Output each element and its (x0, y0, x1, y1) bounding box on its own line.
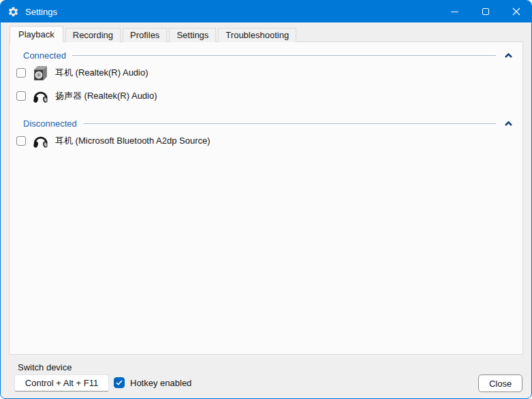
device-checkbox[interactable] (16, 68, 26, 78)
checkmark-icon (116, 380, 123, 385)
tab-playback[interactable]: Playback (10, 26, 63, 42)
group-header-disconnected: Disconnected (23, 117, 514, 129)
group-divider (83, 123, 496, 124)
close-button[interactable]: Close (478, 374, 522, 392)
device-checkbox[interactable] (16, 136, 26, 146)
hotkey-enabled-row: Hotkey enabled (114, 377, 191, 388)
window-title: Settings (25, 7, 57, 17)
tabstrip: Playback Recording Profiles Settings Tro… (10, 26, 298, 42)
headphones-icon (32, 133, 49, 150)
hotkey-enabled-label: Hotkey enabled (130, 378, 191, 388)
collapse-connected-button[interactable] (504, 52, 513, 59)
device-row: 扬声器 (Realtek(R) Audio) (16, 84, 522, 108)
device-checkbox[interactable] (16, 91, 26, 101)
tab-troubleshooting[interactable]: Troubleshooting (218, 28, 296, 42)
speaker-icon (32, 65, 49, 82)
tab-profiles[interactable]: Profiles (123, 28, 167, 42)
tab-recording[interactable]: Recording (65, 28, 121, 42)
group-divider (72, 55, 496, 56)
close-icon (512, 7, 520, 16)
settings-window: Settings Playback Recording Profiles Set… (0, 0, 532, 399)
collapse-disconnected-button[interactable] (504, 121, 513, 127)
group-label-disconnected: Disconnected (23, 118, 77, 129)
device-name: 扬声器 (Realtek(R) Audio) (55, 90, 157, 102)
switch-device-label: Switch device (18, 362, 72, 372)
hotkey-enabled-checkbox[interactable] (114, 377, 125, 388)
device-row: 耳机 (Microsoft Bluetooth A2dp Source) (16, 129, 522, 153)
maximize-button[interactable] (470, 1, 501, 22)
device-name: 耳机 (Realtek(R) Audio) (55, 67, 148, 79)
hotkey-input[interactable] (14, 374, 109, 392)
minimize-icon (451, 12, 458, 12)
headphones-icon (32, 88, 49, 105)
device-name: 耳机 (Microsoft Bluetooth A2dp Source) (55, 135, 210, 147)
gear-icon (7, 6, 19, 18)
tab-settings[interactable]: Settings (169, 28, 216, 42)
playback-tab-panel: Connected 耳机 (Realtek(R) Aud (9, 42, 523, 355)
group-label-connected: Connected (23, 50, 66, 61)
device-row: 耳机 (Realtek(R) Audio) (16, 61, 522, 84)
minimize-button[interactable] (439, 1, 470, 22)
chevron-up-icon (504, 121, 513, 127)
group-header-connected: Connected (23, 49, 514, 61)
window-controls (439, 1, 531, 22)
close-window-button[interactable] (501, 1, 531, 22)
chevron-up-icon (504, 52, 513, 59)
maximize-icon (482, 8, 489, 15)
titlebar: Settings (1, 1, 531, 22)
